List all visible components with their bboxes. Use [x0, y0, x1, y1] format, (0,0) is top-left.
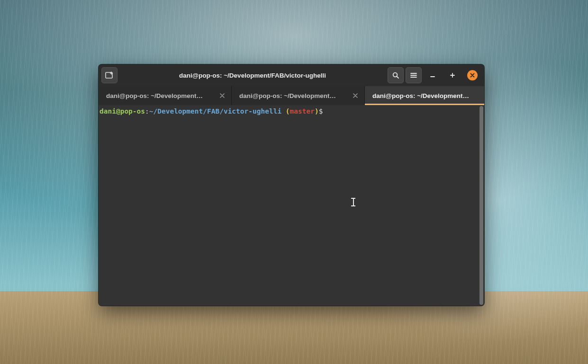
window-minimize-button[interactable]	[427, 70, 438, 80]
tab-label: dani@pop-os: ~/Development…	[239, 92, 348, 99]
prompt-paren-close: )	[315, 107, 319, 115]
minimize-icon	[430, 72, 435, 78]
search-icon	[392, 71, 399, 79]
new-tab-button[interactable]	[101, 67, 118, 83]
prompt-line: dani@pop-os:~/Development/FAB/victor-ugh…	[100, 107, 479, 116]
terminal-scrollbar[interactable]	[479, 106, 483, 305]
tab-bar: dani@pop-os: ~/Development… dani@pop-os:…	[99, 86, 484, 105]
window-close-button[interactable]	[467, 70, 478, 80]
terminal-body[interactable]: dani@pop-os:~/Development/FAB/victor-ugh…	[99, 105, 484, 306]
tab-label: dani@pop-os: ~/Development…	[372, 92, 481, 99]
prompt-paren-open: (	[286, 107, 290, 115]
tab-close-button[interactable]	[218, 91, 226, 100]
prompt-dollar: $	[319, 107, 323, 115]
window-title: dani@pop-os: ~/Development/FAB/victor-ug…	[179, 72, 326, 79]
text-cursor-ibeam	[351, 198, 355, 206]
new-tab-icon	[105, 71, 114, 80]
window-maximize-button[interactable]	[447, 70, 458, 80]
tab-close-button[interactable]	[351, 91, 360, 100]
hamburger-icon	[410, 71, 417, 79]
tab-close-icon	[353, 93, 358, 98]
tab-2[interactable]: dani@pop-os: ~/Development…	[232, 86, 365, 105]
tab-3[interactable]: dani@pop-os: ~/Development…	[365, 86, 484, 105]
titlebar: dani@pop-os: ~/Development/FAB/victor-ug…	[99, 64, 484, 86]
close-icon	[470, 73, 475, 78]
tab-label: dani@pop-os: ~/Development…	[106, 92, 215, 99]
prompt-path: ~/Development/FAB/victor-ughelli	[149, 107, 281, 115]
tab-close-icon	[220, 93, 225, 98]
terminal-window: dani@pop-os: ~/Development/FAB/victor-ug…	[99, 64, 484, 306]
prompt-colon: :	[145, 107, 149, 115]
maximize-icon	[450, 72, 455, 78]
tab-1[interactable]: dani@pop-os: ~/Development…	[99, 86, 232, 105]
prompt-userhost: dani@pop-os	[100, 107, 145, 115]
search-button[interactable]	[388, 67, 404, 83]
menu-button[interactable]	[406, 67, 422, 83]
prompt-git-branch: master	[290, 107, 315, 115]
